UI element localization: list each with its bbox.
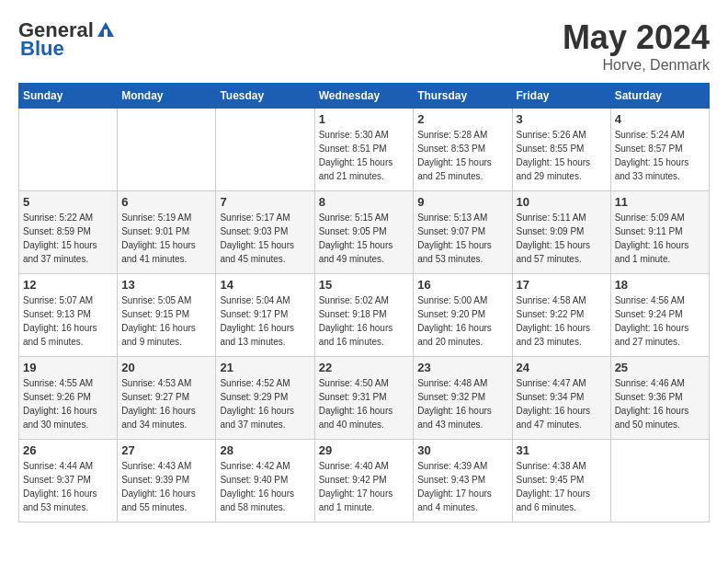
calendar-cell: 13Sunrise: 5:05 AMSunset: 9:15 PMDayligh… bbox=[118, 274, 216, 357]
calendar-cell: 24Sunrise: 4:47 AMSunset: 9:34 PMDayligh… bbox=[512, 357, 610, 440]
day-number: 3 bbox=[517, 112, 607, 126]
day-number: 31 bbox=[517, 443, 607, 457]
day-info-line: Sunrise: 4:40 AM bbox=[319, 461, 389, 471]
day-info-line: Daylight: 15 hours bbox=[319, 157, 393, 167]
day-info-line: and 40 minutes. bbox=[319, 419, 384, 430]
day-info-line: Sunset: 9:18 PM bbox=[319, 309, 387, 319]
day-number: 8 bbox=[319, 195, 410, 209]
day-info-line: Daylight: 15 hours bbox=[23, 240, 97, 250]
day-info-line: and 13 minutes. bbox=[220, 337, 285, 347]
day-info: Sunrise: 5:28 AMSunset: 8:53 PMDaylight:… bbox=[417, 128, 507, 183]
day-info-line: Daylight: 15 hours bbox=[417, 240, 492, 250]
day-info: Sunrise: 4:38 AMSunset: 9:45 PMDaylight:… bbox=[517, 459, 607, 514]
day-header-monday: Monday bbox=[118, 84, 216, 109]
calendar-cell: 7Sunrise: 5:17 AMSunset: 9:03 PMDaylight… bbox=[216, 191, 314, 274]
calendar-cell: 27Sunrise: 4:43 AMSunset: 9:39 PMDayligh… bbox=[118, 440, 216, 523]
day-number: 27 bbox=[121, 443, 211, 457]
day-info-line: Sunrise: 5:28 AM bbox=[417, 130, 487, 140]
day-info: Sunrise: 5:22 AMSunset: 8:59 PMDaylight:… bbox=[23, 211, 113, 266]
day-info-line: Sunrise: 4:44 AM bbox=[23, 461, 93, 471]
day-info-line: Daylight: 16 hours bbox=[417, 406, 492, 416]
day-info-line: Sunset: 9:42 PM bbox=[319, 475, 387, 485]
day-info-line: Sunrise: 5:11 AM bbox=[517, 213, 586, 223]
day-info-line: and 47 minutes. bbox=[517, 419, 582, 430]
day-info: Sunrise: 4:43 AMSunset: 9:39 PMDaylight:… bbox=[121, 459, 211, 514]
day-info-line: Sunrise: 4:38 AM bbox=[517, 461, 586, 471]
day-number: 26 bbox=[23, 443, 113, 457]
day-info-line: Daylight: 16 hours bbox=[23, 323, 97, 333]
page-header: General Blue May 2024 Horve, Denmark bbox=[18, 18, 710, 74]
calendar-cell: 23Sunrise: 4:48 AMSunset: 9:32 PMDayligh… bbox=[414, 357, 512, 440]
day-header-tuesday: Tuesday bbox=[216, 84, 314, 109]
day-info-line: Sunset: 9:32 PM bbox=[417, 392, 485, 402]
day-info-line: Sunset: 8:55 PM bbox=[517, 144, 585, 154]
day-info-line: and 43 minutes. bbox=[417, 419, 483, 430]
week-row-1: 1Sunrise: 5:30 AMSunset: 8:51 PMDaylight… bbox=[19, 109, 710, 191]
day-info-line: Sunrise: 4:48 AM bbox=[417, 378, 487, 388]
day-info-line: Daylight: 15 hours bbox=[517, 157, 591, 167]
calendar-cell: 15Sunrise: 5:02 AMSunset: 9:18 PMDayligh… bbox=[314, 274, 414, 357]
calendar-cell: 2Sunrise: 5:28 AMSunset: 8:53 PMDaylight… bbox=[414, 109, 512, 191]
day-info-line: and 1 minute. bbox=[319, 502, 375, 512]
day-number: 5 bbox=[23, 195, 113, 209]
day-info-line: Sunrise: 5:30 AM bbox=[319, 130, 389, 140]
calendar-cell bbox=[118, 109, 216, 191]
day-info-line: Sunset: 9:17 PM bbox=[220, 309, 288, 319]
day-info-line: and 57 minutes. bbox=[517, 254, 582, 264]
day-info-line: Daylight: 15 hours bbox=[615, 157, 689, 167]
day-info: Sunrise: 5:07 AMSunset: 9:13 PMDaylight:… bbox=[23, 293, 113, 349]
day-info-line: and 55 minutes. bbox=[121, 502, 187, 512]
day-info-line: Daylight: 16 hours bbox=[517, 323, 591, 333]
day-number: 10 bbox=[517, 195, 607, 209]
day-info-line: Sunset: 9:24 PM bbox=[615, 309, 683, 319]
calendar-cell: 21Sunrise: 4:52 AMSunset: 9:29 PMDayligh… bbox=[216, 357, 314, 440]
day-header-wednesday: Wednesday bbox=[314, 84, 414, 109]
day-info: Sunrise: 4:48 AMSunset: 9:32 PMDaylight:… bbox=[417, 376, 507, 431]
day-info-line: Sunrise: 5:22 AM bbox=[23, 213, 93, 223]
day-number: 4 bbox=[615, 112, 705, 126]
day-info-line: Daylight: 15 hours bbox=[417, 157, 492, 167]
location-text: Horve, Denmark bbox=[563, 57, 710, 74]
day-info: Sunrise: 4:52 AMSunset: 9:29 PMDaylight:… bbox=[220, 376, 310, 431]
calendar-cell: 30Sunrise: 4:39 AMSunset: 9:43 PMDayligh… bbox=[414, 440, 512, 523]
day-info-line: Daylight: 15 hours bbox=[121, 240, 196, 250]
day-info: Sunrise: 4:39 AMSunset: 9:43 PMDaylight:… bbox=[417, 459, 507, 514]
day-info-line: Daylight: 16 hours bbox=[220, 406, 294, 416]
calendar-cell: 3Sunrise: 5:26 AMSunset: 8:55 PMDaylight… bbox=[512, 109, 610, 191]
day-info-line: Daylight: 15 hours bbox=[517, 240, 591, 250]
day-number: 12 bbox=[23, 278, 113, 292]
day-info-line: Sunset: 9:37 PM bbox=[23, 475, 91, 485]
calendar-cell: 26Sunrise: 4:44 AMSunset: 9:37 PMDayligh… bbox=[19, 440, 118, 523]
calendar-cell: 6Sunrise: 5:19 AMSunset: 9:01 PMDaylight… bbox=[118, 191, 216, 274]
day-info-line: Sunset: 8:57 PM bbox=[615, 144, 683, 154]
day-info-line: Sunset: 9:26 PM bbox=[23, 392, 91, 402]
day-info-line: Daylight: 16 hours bbox=[121, 406, 196, 416]
logo-blue-text: Blue bbox=[20, 37, 64, 61]
day-info-line: Sunrise: 5:17 AM bbox=[220, 213, 290, 223]
day-info-line: Sunset: 9:43 PM bbox=[417, 475, 485, 485]
day-info-line: Sunset: 9:39 PM bbox=[121, 475, 189, 485]
calendar-cell bbox=[610, 440, 709, 523]
day-info-line: Daylight: 16 hours bbox=[615, 406, 689, 416]
calendar-cell: 20Sunrise: 4:53 AMSunset: 9:27 PMDayligh… bbox=[118, 357, 216, 440]
day-info-line: Sunrise: 5:04 AM bbox=[220, 295, 290, 305]
day-info-line: Daylight: 15 hours bbox=[319, 240, 393, 250]
day-info-line: Sunset: 9:01 PM bbox=[121, 226, 189, 236]
day-info-line: Daylight: 16 hours bbox=[319, 406, 393, 416]
day-info-line: Sunset: 9:45 PM bbox=[517, 475, 585, 485]
day-info: Sunrise: 4:42 AMSunset: 9:40 PMDaylight:… bbox=[220, 459, 310, 514]
day-info-line: Sunset: 9:27 PM bbox=[121, 392, 189, 402]
day-number: 9 bbox=[417, 195, 507, 209]
day-info-line: and 9 minutes. bbox=[121, 337, 182, 347]
day-info-line: and 45 minutes. bbox=[220, 254, 285, 264]
day-info-line: Sunrise: 5:24 AM bbox=[615, 130, 685, 140]
day-number: 20 bbox=[121, 361, 211, 374]
day-number: 14 bbox=[220, 278, 310, 292]
day-info: Sunrise: 4:55 AMSunset: 9:26 PMDaylight:… bbox=[23, 376, 113, 431]
day-info-line: and 41 minutes. bbox=[121, 254, 187, 264]
day-number: 23 bbox=[417, 361, 507, 374]
day-info-line: Daylight: 16 hours bbox=[615, 240, 689, 250]
calendar-cell: 5Sunrise: 5:22 AMSunset: 8:59 PMDaylight… bbox=[19, 191, 118, 274]
day-info-line: and 58 minutes. bbox=[220, 502, 285, 512]
day-info: Sunrise: 4:53 AMSunset: 9:27 PMDaylight:… bbox=[121, 376, 211, 431]
